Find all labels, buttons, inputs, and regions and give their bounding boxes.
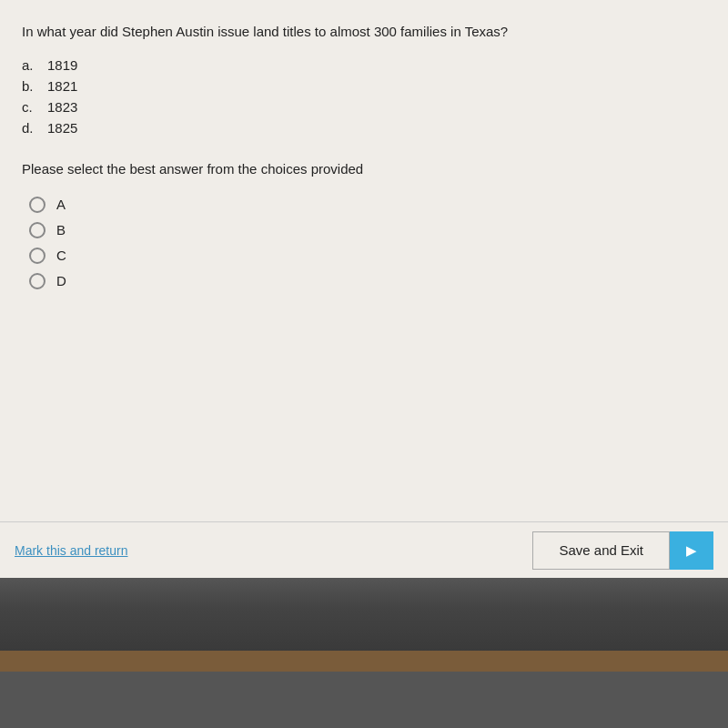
radio-label-d: D	[56, 273, 66, 288]
radio-label-b: B	[56, 222, 66, 238]
dark-bar	[0, 578, 728, 651]
right-buttons: Save and Exit ▶	[532, 531, 713, 570]
quiz-container: In what year did Stephen Austin issue la…	[0, 0, 728, 578]
answer-letter-b: b.	[22, 78, 47, 94]
radio-circle-b[interactable]	[29, 222, 46, 238]
answer-option-d: d. 1825	[22, 120, 706, 136]
answer-letter-a: a.	[22, 57, 47, 73]
answer-letter-c: c.	[22, 99, 47, 115]
question-area: In what year did Stephen Austin issue la…	[0, 0, 728, 521]
radio-option-b[interactable]: B	[29, 222, 706, 238]
save-exit-button[interactable]: Save and Exit	[532, 531, 670, 570]
answer-value-a: 1819	[47, 57, 77, 73]
answer-letter-d: d.	[22, 120, 47, 136]
next-icon: ▶	[686, 542, 697, 558]
radio-option-a[interactable]: A	[29, 197, 706, 213]
instruction-text: Please select the best answer from the c…	[22, 161, 706, 177]
answer-option-b: b. 1821	[22, 78, 706, 94]
brown-bar	[0, 651, 728, 672]
answer-value-c: 1823	[47, 99, 77, 115]
radio-circle-d[interactable]	[29, 273, 46, 289]
answer-value-b: 1821	[47, 78, 77, 94]
radio-label-a: A	[56, 197, 66, 212]
mark-return-button[interactable]: Mark this and return	[15, 543, 128, 558]
radio-label-c: C	[56, 248, 66, 263]
next-button[interactable]: ▶	[670, 531, 713, 570]
question-text: In what year did Stephen Austin issue la…	[22, 22, 706, 43]
radio-group: A B C D	[22, 197, 706, 289]
radio-circle-a[interactable]	[29, 197, 46, 213]
radio-option-c[interactable]: C	[29, 248, 706, 264]
answer-option-a: a. 1819	[22, 57, 706, 73]
bottom-bar: Mark this and return Save and Exit ▶	[0, 521, 728, 578]
answer-options-list: a. 1819 b. 1821 c. 1823 d. 1825	[22, 57, 706, 136]
radio-circle-c[interactable]	[29, 248, 46, 264]
answer-option-c: c. 1823	[22, 99, 706, 115]
radio-option-d[interactable]: D	[29, 273, 706, 289]
answer-value-d: 1825	[47, 120, 77, 136]
